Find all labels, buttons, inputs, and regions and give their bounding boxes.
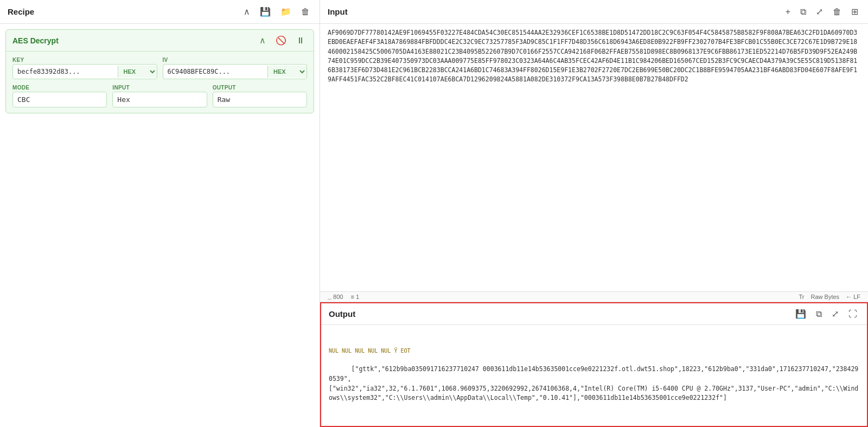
key-label: Key <box>12 57 157 63</box>
right-panel: Input + ⧉ ⤢ 🗑 ⊞ AF9069D7DF77780142AE9F10… <box>320 0 868 427</box>
output-format-value[interactable]: Raw <box>213 92 307 107</box>
input-format-group: Input Hex <box>112 85 207 107</box>
status-left: ⏟ 800 ≡ 1 <box>328 294 359 300</box>
delete-recipe-button[interactable]: 🗑 <box>299 6 312 18</box>
output-text: ["gttk","612b9ba035091716237710247 00036… <box>329 365 858 401</box>
output-header-icons: 💾 ⧉ ⤢ ⛶ <box>793 308 859 320</box>
key-iv-row: Key HEX UTF8 Base64 IV <box>12 57 307 79</box>
aes-header: AES Decrypt ∧ 🚫 ⏸ <box>6 30 314 52</box>
folder-button[interactable]: 📁 <box>278 5 293 18</box>
output-export-button[interactable]: ⤢ <box>829 308 841 320</box>
input-statusbar: ⏟ 800 ≡ 1 Tr Raw Bytes ← LF <box>320 291 868 302</box>
input-import-button[interactable]: ⤢ <box>814 5 825 18</box>
output-format-group: Output Raw <box>213 85 307 107</box>
input-grid-button[interactable]: ⊞ <box>849 5 860 18</box>
raw-bytes-label: Raw Bytes <box>811 294 840 300</box>
output-section: Output 💾 ⧉ ⤢ ⛶ NUL NUL NUL NUL NUL Ÿ EOT… <box>320 302 868 427</box>
input-add-button[interactable]: + <box>783 6 793 18</box>
output-first-line: NUL NUL NUL NUL NUL Ÿ EOT <box>329 347 859 355</box>
iv-group: IV HEX UTF8 Base64 <box>163 57 308 79</box>
output-copy-button[interactable]: ⧉ <box>814 308 824 320</box>
line-count: ≡ 1 <box>350 294 359 300</box>
left-panel: Recipe ∧ 💾 📁 🗑 AES Decrypt ∧ 🚫 ⏸ Key <box>0 0 320 427</box>
aes-header-icons: ∧ 🚫 ⏸ <box>257 34 307 47</box>
aes-block: AES Decrypt ∧ 🚫 ⏸ Key HEX UTF8 Base64 <box>5 29 314 113</box>
recipe-header-icons: ∧ 💾 📁 🗑 <box>241 5 312 18</box>
collapse-button[interactable]: ∧ <box>241 5 252 18</box>
output-header: Output 💾 ⧉ ⤢ ⛶ <box>321 303 867 325</box>
output-expand-button[interactable]: ⛶ <box>846 308 859 320</box>
output-title: Output <box>329 309 355 318</box>
input-section: Input + ⧉ ⤢ 🗑 ⊞ AF9069D7DF77780142AE9F10… <box>320 0 868 302</box>
char-count: ⏟ 800 <box>328 294 343 300</box>
mode-group: Mode CBC <box>12 85 107 107</box>
key-group: Key HEX UTF8 Base64 <box>12 57 157 79</box>
iv-input[interactable] <box>163 65 268 79</box>
aes-title: AES Decrypt <box>12 36 59 45</box>
output-save-button[interactable]: 💾 <box>793 308 808 320</box>
output-content[interactable]: NUL NUL NUL NUL NUL Ÿ EOT ["gttk","612b9… <box>321 325 867 426</box>
aes-collapse-button[interactable]: ∧ <box>257 34 268 47</box>
mode-label: Mode <box>12 85 107 91</box>
save-recipe-button[interactable]: 💾 <box>258 5 273 18</box>
output-format-label: Output <box>213 85 307 91</box>
mode-row: Mode CBC Input Hex Output Raw <box>12 85 307 107</box>
key-input-row: HEX UTF8 Base64 <box>12 64 157 79</box>
input-format-value[interactable]: Hex <box>112 92 207 107</box>
input-section-header: Input + ⧉ ⤢ 🗑 ⊞ <box>320 0 868 24</box>
iv-input-row: HEX UTF8 Base64 <box>163 64 308 79</box>
aes-disable-button[interactable]: 🚫 <box>273 34 289 47</box>
iv-label: IV <box>163 57 308 63</box>
recipe-title: Recipe <box>8 7 34 16</box>
input-content[interactable]: AF9069D7DF77780142AE9F1069455F03227E484C… <box>320 24 868 291</box>
aes-fields: Key HEX UTF8 Base64 IV <box>6 52 314 113</box>
tr-label: Tr <box>799 294 805 300</box>
mode-value[interactable]: CBC <box>12 92 107 107</box>
recipe-header: Recipe ∧ 💾 📁 🗑 <box>0 0 320 24</box>
input-title: Input <box>328 7 348 16</box>
input-copy-button[interactable]: ⧉ <box>798 6 808 18</box>
status-right: Tr Raw Bytes ← LF <box>799 294 860 300</box>
key-input[interactable] <box>13 65 118 79</box>
key-encoding-select[interactable]: HEX UTF8 Base64 <box>118 66 157 78</box>
aes-pause-button[interactable]: ⏸ <box>294 35 307 47</box>
lf-label: ← LF <box>846 294 860 300</box>
iv-encoding-select[interactable]: HEX UTF8 Base64 <box>267 66 307 78</box>
input-delete-button[interactable]: 🗑 <box>831 6 844 18</box>
input-format-label: Input <box>112 85 207 91</box>
input-header-icons: + ⧉ ⤢ 🗑 ⊞ <box>783 5 860 18</box>
